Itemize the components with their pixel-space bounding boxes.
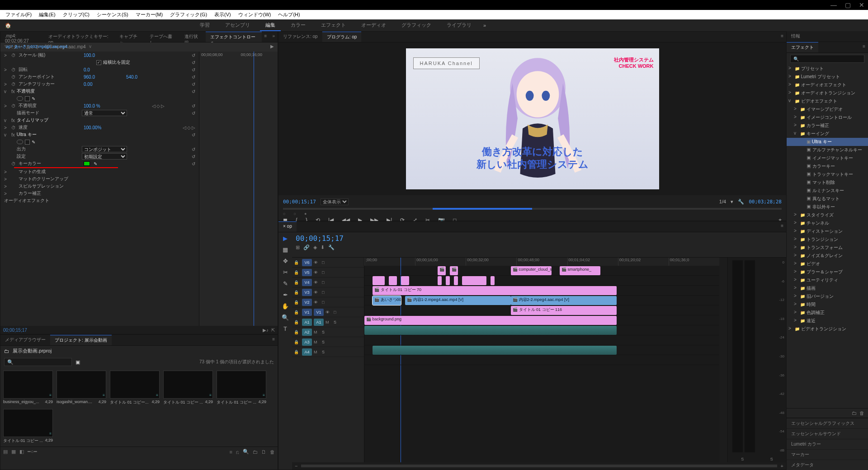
track-toggle-icon[interactable]: 👁 xyxy=(314,270,320,275)
menu-item[interactable]: クリップ(C) xyxy=(59,10,93,19)
effects-tree-node[interactable]: >ノイズ＆グレイン xyxy=(787,252,868,260)
track-target[interactable]: A3 xyxy=(302,338,312,346)
effects-tree-node[interactable]: >色調補正 xyxy=(787,309,868,317)
timeline-zoom-in-icon[interactable]: + xyxy=(781,463,783,469)
zoom-slider[interactable]: ━○━ xyxy=(28,449,37,455)
prev-key-icon[interactable]: ◁ xyxy=(152,103,156,108)
menu-item[interactable]: ファイル(F) xyxy=(2,10,35,19)
eyedropper-icon[interactable]: ✎ xyxy=(94,161,97,166)
twist-icon[interactable]: > xyxy=(4,53,9,58)
ec-sequence-clip[interactable]: op * あいさつ003.mpeg4.aac.mp4 xyxy=(4,43,70,52)
next-key-icon[interactable]: ▷ xyxy=(192,125,195,130)
bin-icon[interactable]: 🗀 xyxy=(4,348,9,354)
effects-tree-node[interactable]: トラックマットキー xyxy=(787,170,868,179)
workspace-tab[interactable]: ライブラリ xyxy=(441,20,477,31)
panel-menu-icon[interactable]: ≡ xyxy=(262,32,270,42)
new-bin-icon[interactable]: 🗀 xyxy=(852,410,857,416)
twist-icon[interactable]: > xyxy=(4,82,9,87)
panel-menu-icon[interactable]: ≡ xyxy=(269,335,278,345)
prev-key-icon[interactable]: ◁ xyxy=(183,125,186,130)
effects-tree-node[interactable]: >時間 xyxy=(787,301,868,309)
effects-tree-node[interactable]: >トランジション xyxy=(787,235,868,244)
track-toggle-icon[interactable]: 👁 xyxy=(314,280,320,285)
twist-icon[interactable]: > xyxy=(4,191,9,196)
color-swatch[interactable] xyxy=(84,161,90,166)
source-panel-tab[interactable]: エフェクトコントロール xyxy=(206,32,261,42)
project-search-input[interactable]: 🔍 xyxy=(4,358,72,366)
effect-toggle[interactable] xyxy=(17,96,23,101)
effects-tree-node[interactable]: 異なるマット xyxy=(787,195,868,203)
freeform-view-icon[interactable]: ◧ xyxy=(19,449,24,455)
effect-name[interactable]: Ultra キー xyxy=(17,132,37,138)
reset-icon[interactable]: ↺ xyxy=(192,111,195,116)
timeline-timecode[interactable]: 00;00;15;17 xyxy=(296,234,783,243)
add-key-icon[interactable]: ◇ xyxy=(187,125,191,130)
settings-icon[interactable]: 🔧 xyxy=(738,199,744,205)
effects-tree-node[interactable]: >Lumetri プリセット xyxy=(787,73,868,81)
workspace-tab[interactable]: グラフィック xyxy=(396,20,437,31)
track-target[interactable]: V2 xyxy=(302,299,312,306)
effect-name[interactable]: タイムリマップ xyxy=(17,117,48,123)
collapsed-panel-tab[interactable]: Lumetri カラー xyxy=(787,439,868,449)
reset-icon[interactable]: ↺ xyxy=(192,89,195,94)
reset-icon[interactable]: ↺ xyxy=(192,132,195,137)
effects-tree-node[interactable]: >トランスフォーム xyxy=(787,244,868,252)
tool-button[interactable]: ✂ xyxy=(283,269,288,276)
timeline-vscroll[interactable] xyxy=(719,258,727,462)
menu-item[interactable]: グラフィック(G) xyxy=(166,10,211,19)
ec-loop-icon[interactable]: ▶♪ xyxy=(263,328,269,333)
track-lane[interactable] xyxy=(364,335,719,345)
twist-icon[interactable]: > xyxy=(4,184,9,189)
stopwatch-icon[interactable]: ⏱ xyxy=(11,161,17,166)
program-resolution[interactable]: 1/4 xyxy=(719,199,726,204)
track-toggle-icon[interactable]: M xyxy=(314,340,320,344)
reset-icon[interactable]: ↺ xyxy=(192,53,195,58)
twist-icon[interactable]: > xyxy=(4,169,9,174)
reset-icon[interactable]: ↺ xyxy=(192,154,195,159)
timeline-clip[interactable] xyxy=(364,326,617,335)
source-patch[interactable]: A1 xyxy=(302,319,312,326)
timeline-hscroll[interactable] xyxy=(301,465,777,467)
menu-item[interactable]: 表示(V) xyxy=(211,10,235,19)
twist-icon[interactable]: v xyxy=(4,132,9,137)
effects-tree-node[interactable]: >旧バージョン xyxy=(787,292,868,301)
tool-button[interactable]: ✥ xyxy=(283,258,288,264)
timeline-clip[interactable]: 🎬 内容1-2.mpeg4.aac.mp4 [V] xyxy=(405,296,511,305)
settings-icon[interactable]: 🔧 xyxy=(328,244,335,250)
workspace-tab[interactable]: アセンブリ xyxy=(220,20,255,31)
effects-tree-node[interactable]: >イマーシブビデオ xyxy=(787,105,868,113)
workspace-tab[interactable]: 学習 xyxy=(194,20,215,31)
checkbox[interactable]: ✓ xyxy=(96,60,101,65)
panel-menu-icon[interactable]: ≡ xyxy=(778,32,786,42)
effects-tree-node[interactable]: >オーディオエフェクト xyxy=(787,81,868,89)
track-toggle-icon[interactable]: 👁 xyxy=(326,310,332,315)
collapsed-panel-tab[interactable]: エッセンシャルグラフィックス xyxy=(787,418,868,428)
program-timecode[interactable]: 00;00;15;17 xyxy=(283,199,316,205)
track-lane[interactable] xyxy=(364,355,719,365)
workspace-tab[interactable]: オーディオ xyxy=(356,20,392,31)
track-header[interactable]: 🔒A1A1MS xyxy=(292,317,364,327)
project-panel-tab[interactable]: プロジェクト: 展示会動画 xyxy=(50,335,112,345)
lock-icon[interactable]: 🔒 xyxy=(294,290,300,295)
track-lane[interactable]: 🎬 background.png xyxy=(364,315,719,325)
project-thumb[interactable]: ≡isogashii_woman....4;29 xyxy=(57,371,106,405)
program-panel-tab[interactable]: プログラム: op xyxy=(322,32,362,42)
window-min[interactable]: — xyxy=(830,1,837,9)
project-thumb[interactable]: ≡タイトル 01 コピー ...4;29 xyxy=(217,371,266,405)
linked-selection-icon[interactable]: 🔗 xyxy=(303,244,310,250)
track-toggle-icon[interactable]: 👁 xyxy=(314,260,320,265)
project-thumb[interactable]: ≡タイトル 01 コピー ...4;29 xyxy=(3,409,53,444)
track-target[interactable]: V6 xyxy=(302,259,312,266)
menu-item[interactable]: ウィンドウ(W) xyxy=(235,10,275,19)
source-panel-tab[interactable]: .mp4: 00;02;06;27 xyxy=(0,32,44,42)
pen-icon[interactable]: ✎ xyxy=(32,96,35,101)
track-header[interactable]: 🔒V2👁□ xyxy=(292,297,364,307)
source-panel-tab[interactable]: オーディオトラックミキサー: op xyxy=(44,32,115,42)
program-scrubber[interactable] xyxy=(283,208,782,210)
effects-tree-node[interactable]: マット削除 xyxy=(787,179,868,187)
lock-icon[interactable]: 🔒 xyxy=(294,260,300,265)
program-monitor-frame[interactable]: HARUKA Channel 社内管理システムCHECK WORK xyxy=(406,48,659,189)
project-thumb[interactable]: ≡business_eigyou_...4;29 xyxy=(3,371,53,405)
track-toggle2-icon[interactable]: □ xyxy=(322,260,324,265)
mask-ellipse-icon[interactable] xyxy=(25,96,30,101)
